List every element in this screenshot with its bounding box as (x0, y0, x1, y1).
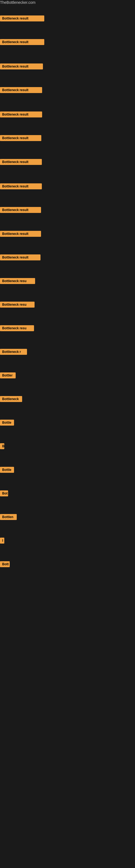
bottleneck-badge-5[interactable]: Bottleneck result (0, 112, 42, 118)
bottleneck-badge-6[interactable]: Bottleneck result (0, 135, 41, 141)
bottleneck-badge-20[interactable]: Bottle (0, 467, 14, 473)
bottleneck-badge-container-12: Bottleneck resu (0, 278, 35, 285)
bottleneck-badge-10[interactable]: Bottleneck result (0, 231, 41, 237)
bottleneck-badge-container-1: Bottleneck result (0, 16, 44, 23)
bottleneck-badge-13[interactable]: Bottleneck resu (0, 302, 35, 308)
bottleneck-badge-container-17: Bottleneck (0, 396, 22, 403)
bottleneck-badge-container-16: Bottler (0, 372, 16, 379)
bottleneck-badge-12[interactable]: Bottleneck resu (0, 278, 35, 284)
bottleneck-badge-container-22: Bottlen (0, 514, 17, 521)
bottleneck-badge-container-19: B (0, 443, 4, 450)
bottleneck-badge-container-6: Bottleneck result (0, 135, 41, 142)
bottleneck-badge-container-14: Bottleneck resu (0, 325, 34, 332)
bottleneck-badge-container-24: Bott (0, 561, 10, 568)
bottleneck-badge-24[interactable]: Bott (0, 561, 10, 567)
bottleneck-badge-8[interactable]: Bottleneck result (0, 183, 42, 189)
bottleneck-badge-container-13: Bottleneck resu (0, 302, 35, 309)
site-title: TheBottlenecker.com (0, 0, 135, 5)
bottleneck-badge-9[interactable]: Bottleneck result (0, 207, 41, 213)
bottleneck-badge-4[interactable]: Bottleneck result (0, 87, 42, 93)
bottleneck-badge-container-18: Bottle (0, 420, 14, 427)
bottleneck-badge-21[interactable]: Bot (0, 490, 8, 496)
bottleneck-badge-18[interactable]: Bottle (0, 420, 14, 426)
bottleneck-badge-7[interactable]: Bottleneck result (0, 159, 42, 165)
bottleneck-badge-container-5: Bottleneck result (0, 112, 42, 119)
bottleneck-badge-container-23: I (0, 538, 4, 545)
bottleneck-badge-container-7: Bottleneck result (0, 159, 42, 166)
bottleneck-badge-16[interactable]: Bottler (0, 372, 16, 378)
bottleneck-badge-17[interactable]: Bottleneck (0, 396, 22, 402)
bottleneck-badge-container-10: Bottleneck result (0, 231, 41, 238)
bottleneck-badge-1[interactable]: Bottleneck result (0, 16, 44, 22)
bottleneck-badge-container-11: Bottleneck result (0, 254, 41, 261)
bottleneck-badge-2[interactable]: Bottleneck result (0, 39, 44, 45)
bottleneck-badge-container-20: Bottle (0, 467, 14, 474)
bottleneck-badge-11[interactable]: Bottleneck result (0, 254, 41, 260)
bottleneck-badge-container-2: Bottleneck result (0, 39, 44, 46)
bottleneck-badge-3[interactable]: Bottleneck result (0, 63, 43, 69)
bottleneck-badge-container-9: Bottleneck result (0, 207, 41, 214)
bottleneck-badge-container-21: Bot (0, 490, 8, 497)
bottleneck-badge-container-3: Bottleneck result (0, 63, 43, 70)
bottleneck-badge-23[interactable]: I (0, 538, 4, 544)
bottleneck-badge-container-15: Bottleneck r (0, 349, 27, 356)
bottleneck-badge-container-8: Bottleneck result (0, 183, 42, 190)
bottleneck-badge-14[interactable]: Bottleneck resu (0, 325, 34, 331)
bottleneck-badge-19[interactable]: B (0, 443, 4, 449)
bottleneck-badge-15[interactable]: Bottleneck r (0, 349, 27, 355)
bottleneck-badge-22[interactable]: Bottlen (0, 514, 17, 520)
bottleneck-badge-container-4: Bottleneck result (0, 87, 42, 94)
